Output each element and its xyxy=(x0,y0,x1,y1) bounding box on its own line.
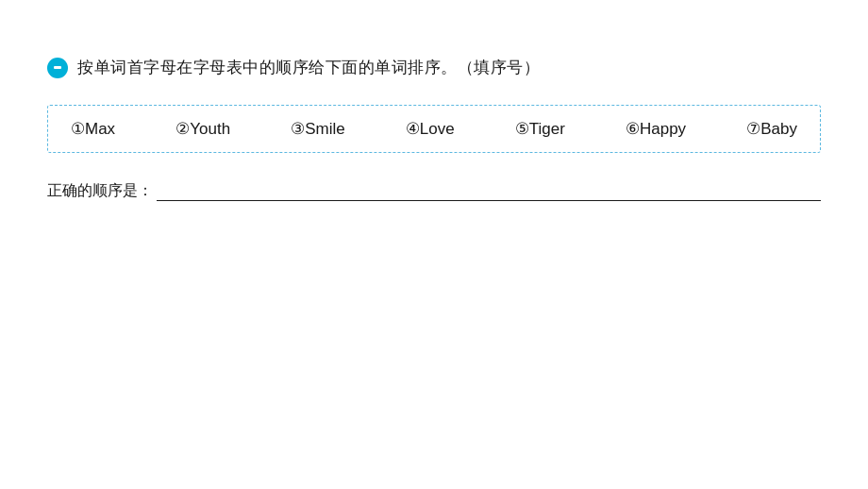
bullet-inner xyxy=(54,66,61,69)
word-item-2: ②Youth xyxy=(175,119,230,139)
word-item-4: ④Love xyxy=(406,119,455,139)
word-item-3: ③Smile xyxy=(291,119,345,139)
bullet-icon xyxy=(47,58,68,78)
word-item-6: ⑥Happy xyxy=(626,119,686,139)
question-title: 按单词首字母在字母表中的顺序给下面的单词排序。（填序号） xyxy=(77,57,540,78)
answer-line xyxy=(157,182,821,201)
words-box: ①Max ②Youth ③Smile ④Love ⑤Tiger ⑥Happy ⑦… xyxy=(47,105,821,153)
question-header: 按单词首字母在字母表中的顺序给下面的单词排序。（填序号） xyxy=(47,57,821,78)
page-container: 按单词首字母在字母表中的顺序给下面的单词排序。（填序号） ①Max ②Youth… xyxy=(0,0,868,489)
word-item-1: ①Max xyxy=(71,119,115,139)
answer-label: 正确的顺序是： xyxy=(47,181,153,201)
word-item-5: ⑤Tiger xyxy=(515,119,565,139)
answer-row: 正确的顺序是： xyxy=(47,181,821,201)
question-section: 按单词首字母在字母表中的顺序给下面的单词排序。（填序号） ①Max ②Youth… xyxy=(47,57,821,201)
word-item-7: ⑦Baby xyxy=(746,119,797,139)
